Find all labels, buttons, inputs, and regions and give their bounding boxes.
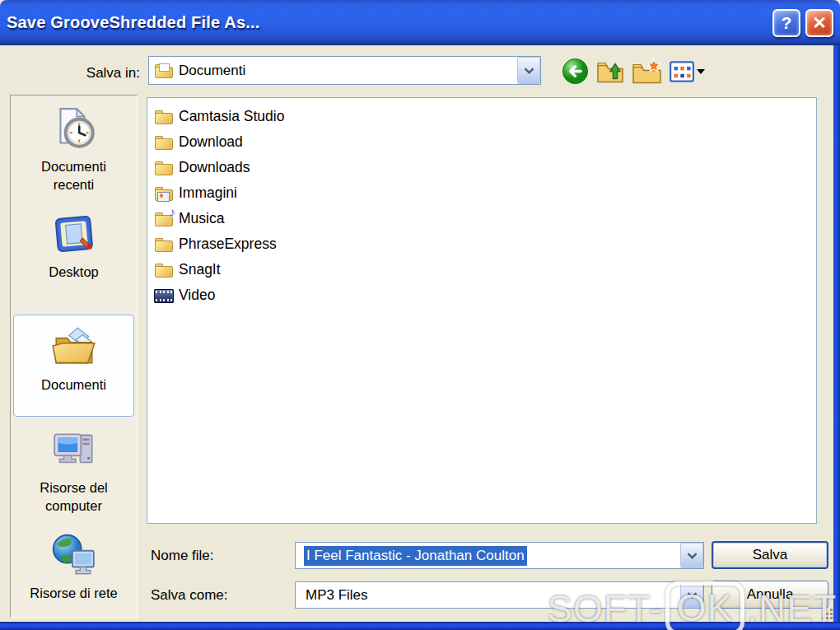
chevron-down-icon xyxy=(524,64,534,75)
save-as-type-dropdown-button[interactable] xyxy=(680,582,703,608)
up-one-level-button[interactable] xyxy=(596,58,624,85)
file-name-label: Camtasia Studio xyxy=(179,108,284,125)
window-title: Save GrooveShredded File As... xyxy=(7,13,260,32)
file-name-value: I Feel Fantastic - Jonathan Coulton xyxy=(304,546,527,566)
file-row[interactable]: Download xyxy=(154,129,816,155)
file-row[interactable]: Video xyxy=(154,282,816,308)
place-label: Risorse di rete xyxy=(30,584,117,602)
chevron-down-icon xyxy=(687,549,698,560)
place-label: Documenti xyxy=(41,376,106,394)
file-name-label: Immagini xyxy=(179,184,237,202)
file-name-dropdown-button[interactable] xyxy=(680,543,703,568)
navigation-toolbar xyxy=(562,58,705,85)
folder-icon xyxy=(154,262,174,278)
save-button[interactable]: Salva xyxy=(712,541,828,569)
file-name-label: PhraseExpress xyxy=(179,236,277,253)
close-button[interactable]: ✕ xyxy=(805,9,833,37)
window-border-right xyxy=(833,45,840,622)
documents-folder-icon xyxy=(50,324,98,371)
views-menu-button[interactable] xyxy=(670,61,705,82)
folder-open-icon xyxy=(154,63,174,79)
new-folder-icon xyxy=(632,58,662,85)
save-as-type-value: MP3 Files xyxy=(306,587,368,604)
question-mark-icon: ? xyxy=(782,14,792,31)
file-name-label: Video xyxy=(179,287,215,304)
file-row[interactable]: Downloads xyxy=(154,155,816,180)
file-name-label: SnagIt xyxy=(179,261,221,278)
file-list[interactable]: Camtasia Studio Download Downloads Immag… xyxy=(147,97,817,524)
film-strip-icon xyxy=(154,287,174,304)
folder-icon xyxy=(154,160,174,176)
back-icon xyxy=(562,58,589,85)
sidebar-item-risorse-di-rete[interactable]: Risorse di rete xyxy=(15,532,133,602)
resize-grip[interactable] xyxy=(820,607,833,619)
sidebar-item-risorse-del-computer[interactable]: Risorse del computer xyxy=(15,427,133,516)
views-menu-icon xyxy=(670,61,694,82)
current-location: Documenti xyxy=(179,63,245,79)
save-as-type-combobox[interactable]: MP3 Files xyxy=(295,581,704,609)
close-icon: ✕ xyxy=(812,14,827,31)
back-button[interactable] xyxy=(562,58,589,85)
save-as-type-label: Salva come: xyxy=(151,587,228,604)
place-label: Documenti recenti xyxy=(41,157,106,194)
file-row[interactable]: SnagIt xyxy=(154,257,816,282)
file-row[interactable]: Camtasia Studio xyxy=(154,104,816,129)
file-name-label: Download xyxy=(179,133,243,151)
cancel-button[interactable]: Annulla xyxy=(712,581,828,609)
help-button[interactable]: ? xyxy=(772,9,800,37)
folder-icon xyxy=(154,134,174,151)
titlebar[interactable]: Save GrooveShredded File As... ? ✕ xyxy=(0,0,840,45)
up-one-level-icon xyxy=(596,58,624,85)
recent-documents-icon xyxy=(50,105,98,153)
sidebar-item-documenti-recenti[interactable]: Documenti recenti xyxy=(15,105,133,194)
new-folder-button[interactable] xyxy=(632,58,662,85)
sidebar-item-desktop[interactable]: Desktop xyxy=(15,211,133,281)
dropdown-arrow-icon xyxy=(697,69,705,74)
file-row[interactable]: PhraseExpress xyxy=(154,231,816,257)
network-icon xyxy=(50,532,98,580)
desktop-icon xyxy=(50,211,98,259)
folder-icon xyxy=(154,109,174,125)
save-as-dialog: Save GrooveShredded File As... ? ✕ Salva… xyxy=(0,0,840,630)
save-in-dropdown-button[interactable] xyxy=(517,57,540,84)
folder-music-icon xyxy=(154,211,174,227)
file-name-combobox[interactable]: I Feel Fantastic - Jonathan Coulton xyxy=(295,542,704,569)
file-name-label: Nome file: xyxy=(151,548,214,564)
place-label: Risorse del computer xyxy=(40,478,108,516)
sidebar-item-documenti[interactable]: Documenti xyxy=(13,315,134,417)
my-computer-icon xyxy=(50,427,98,474)
chevron-down-icon xyxy=(687,589,698,600)
file-row[interactable]: Immagini xyxy=(154,180,816,206)
place-label: Desktop xyxy=(49,263,99,281)
file-row[interactable]: Musica xyxy=(154,206,816,231)
save-in-label: Salva in: xyxy=(0,65,140,82)
save-in-combobox[interactable]: Documenti xyxy=(148,56,541,85)
file-name-label: Musica xyxy=(179,210,224,227)
window-border-bottom xyxy=(0,622,840,630)
folder-icon xyxy=(154,236,174,253)
places-bar: Documenti recenti Desktop Documenti xyxy=(10,95,138,618)
folder-images-icon xyxy=(154,185,174,202)
file-name-label: Downloads xyxy=(179,159,250,176)
